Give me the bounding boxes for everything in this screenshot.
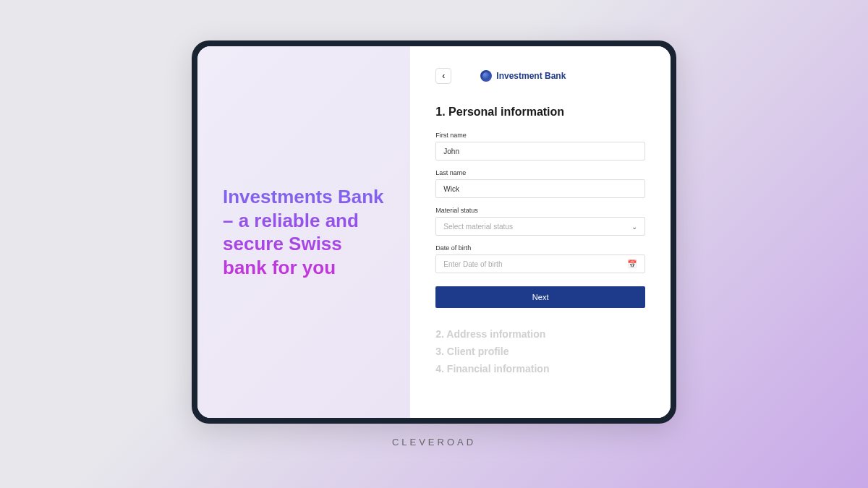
dob-input[interactable]: Enter Date of birth 📅 [435,254,645,273]
header-row: ‹ Investment Bank [435,68,645,84]
section-title: 1. Personal information [435,106,645,119]
material-status-group: Material status Select material status ⌄ [435,207,645,236]
hero-panel: Investments Bank – a reliable and secure… [197,46,410,418]
last-name-group: Last name [435,169,645,198]
hero-headline: Investments Bank – a reliable and secure… [223,185,385,279]
material-status-label: Material status [435,207,645,214]
brand-name: Investment Bank [496,71,566,81]
first-name-input[interactable] [435,142,645,160]
brand-logo: Investment Bank [480,70,566,82]
back-button[interactable]: ‹ [435,68,451,84]
globe-icon [480,70,492,82]
step-4: 4. Financial information [435,363,645,374]
material-status-select[interactable]: Select material status ⌄ [435,217,645,236]
first-name-group: First name [435,132,645,160]
last-name-input[interactable] [435,179,645,198]
chevron-left-icon: ‹ [442,71,445,81]
tablet-screen: Investments Bank – a reliable and secure… [197,46,671,418]
dob-group: Date of birth Enter Date of birth 📅 [435,244,645,273]
material-status-placeholder: Select material status [443,223,513,231]
first-name-label: First name [435,132,645,139]
step-2: 2. Address information [435,328,645,340]
tablet-frame: Investments Bank – a reliable and secure… [192,40,676,424]
last-name-label: Last name [435,169,645,176]
next-button[interactable]: Next [435,286,645,308]
chevron-down-icon: ⌄ [631,223,637,231]
step-3: 3. Client profile [435,346,645,357]
footer-brand: CLEVEROAD [392,437,476,448]
form-panel: ‹ Investment Bank 1. Personal informatio… [410,46,671,418]
dob-label: Date of birth [435,244,645,252]
calendar-icon: 📅 [627,260,637,269]
dob-placeholder: Enter Date of birth [443,260,502,268]
